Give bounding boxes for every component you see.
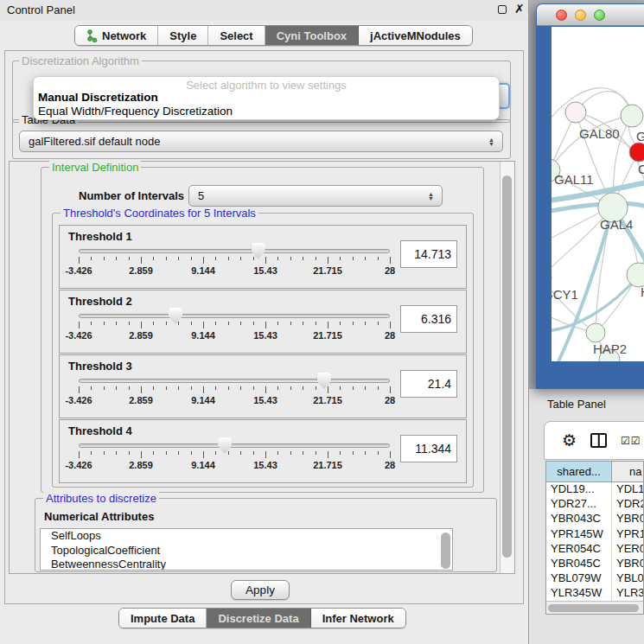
threshold-panel-4: Threshold 4 -3.4262.8599.14415.4321.7152… <box>59 419 467 483</box>
table-data-combobox-value: galFiltered.sif default node <box>29 135 160 148</box>
gear-icon[interactable]: ⚙ <box>562 432 577 449</box>
tab-select[interactable]: Select <box>208 26 265 45</box>
tab-jactivemnodules[interactable]: jActiveMNodules <box>359 26 472 45</box>
tab-label: Select <box>220 29 252 42</box>
minimize-traffic-light[interactable] <box>575 10 586 21</box>
tab-cyni-toolbox[interactable]: Cyni Toolbox <box>265 26 359 45</box>
tab-style[interactable]: Style <box>158 26 208 45</box>
cell-name[interactable]: YDL1 <box>612 482 643 497</box>
apply-button[interactable]: Apply <box>231 580 290 600</box>
cell-shared-name[interactable]: YDL19... <box>546 482 612 497</box>
network-edge <box>552 275 639 331</box>
network-node[interactable] <box>621 105 643 127</box>
cell-name[interactable]: YBR0 <box>612 512 643 526</box>
tick-label: 15.43 <box>253 265 277 276</box>
table-row[interactable]: YPR145WYPR1 <box>546 527 643 542</box>
network-node[interactable] <box>629 143 644 162</box>
threshold-label: Threshold 4 <box>68 424 132 437</box>
close-icon[interactable]: ✗ <box>514 2 525 16</box>
table-row[interactable]: YBL079WYBL0 <box>546 571 643 586</box>
zoom-traffic-light[interactable] <box>594 10 605 21</box>
threshold-slider[interactable] <box>79 379 390 383</box>
num-intervals-value: 5 <box>198 189 204 202</box>
cell-name[interactable]: YER0 <box>612 542 643 557</box>
float-icon[interactable] <box>498 5 507 14</box>
split-columns-icon[interactable] <box>590 433 607 448</box>
cell-shared-name[interactable]: YER054C <box>546 542 612 557</box>
cell-shared-name[interactable]: YBR043C <box>546 512 612 526</box>
column-header-shared-name[interactable]: shared... <box>546 462 612 481</box>
network-node-label: H <box>641 284 644 299</box>
tab-network[interactable]: Network <box>75 26 158 45</box>
table-row[interactable]: YBR045CYBR0 <box>546 557 643 571</box>
tab-infer-network[interactable]: Infer Network <box>311 609 405 628</box>
list-item[interactable]: TopologicalCoefficient <box>41 544 452 558</box>
num-intervals-combobox[interactable]: 5 ▲▼ <box>188 185 443 207</box>
cell-shared-name[interactable]: YPR145W <box>546 527 612 542</box>
threshold-panel-2: Threshold 2 -3.4262.8599.14415.4321.7152… <box>59 290 467 354</box>
column-header-name[interactable]: na <box>612 462 643 481</box>
tab-discretize-data[interactable]: Discretize Data <box>207 609 310 628</box>
table-data-combobox[interactable]: galFiltered.sif default node ▲▼ <box>19 131 503 152</box>
tab-label: Style <box>169 29 196 42</box>
close-traffic-light[interactable] <box>556 10 567 21</box>
slider-ticks <box>79 451 390 459</box>
network-node[interactable] <box>586 323 605 342</box>
threshold-panel-1: Threshold 1 -3.4262.8599.14415.4321.7152… <box>59 225 467 289</box>
threshold-panel-3: Threshold 3 -3.4262.8599.14415.4321.7152… <box>59 354 467 418</box>
scrollbar-thumb[interactable] <box>502 175 512 558</box>
cell-name[interactable]: YBL0 <box>612 571 643 586</box>
tick-label: -3.426 <box>65 460 92 470</box>
cell-shared-name[interactable]: YDR27... <box>546 497 612 512</box>
table-hscrollbar[interactable] <box>546 601 644 614</box>
cell-shared-name[interactable]: YLR345W <box>546 586 612 601</box>
num-intervals-label: Number of Intervals <box>76 189 187 202</box>
tick-label: 28 <box>385 265 395 276</box>
tick-label: 21.715 <box>313 460 342 470</box>
table-row[interactable]: YBR043CYBR0 <box>546 512 643 526</box>
node-table: shared... na YDL19...YDL1YDR27...YDR2YBR… <box>545 461 644 615</box>
dropdown-item-equal-width[interactable]: Equal Width/Frequency Discretization <box>38 105 233 118</box>
network-node[interactable] <box>565 102 586 123</box>
bottom-tab-bar: Impute Data Discretize Data Infer Networ… <box>118 608 406 628</box>
slider-tick-labels: -3.4262.8599.14415.4321.71528 <box>79 330 390 341</box>
hscrollbar-thumb[interactable] <box>548 604 639 612</box>
cell-shared-name[interactable]: YBR045C <box>546 557 612 571</box>
threshold-value-field[interactable]: 6.316 <box>400 305 457 333</box>
tab-label: Infer Network <box>322 612 394 625</box>
cell-name[interactable]: YBR0 <box>612 557 643 571</box>
list-scrollbar-thumb[interactable] <box>441 532 450 569</box>
threshold-value-field[interactable]: 14.713 <box>400 240 457 268</box>
network-node[interactable] <box>627 263 644 287</box>
control-panel: Control Panel ✗ Network Style Select Cyn… <box>0 0 529 644</box>
table-row[interactable]: YLR345WYLR3 <box>546 586 643 601</box>
tick-label: 21.715 <box>313 265 342 276</box>
network-window-titlebar[interactable] <box>537 4 644 26</box>
threshold-slider[interactable] <box>79 314 390 318</box>
threshold-label: Threshold 2 <box>68 295 132 308</box>
threshold-slider[interactable] <box>79 249 390 253</box>
network-canvas[interactable]: GAL80GAGAL11CGAL4GCY1HHAP2 <box>552 27 644 361</box>
threshold-slider[interactable] <box>79 443 390 448</box>
table-row[interactable]: YDR27...YDR2 <box>546 497 643 512</box>
list-item[interactable]: BetweennessCentrality <box>41 558 452 571</box>
cell-name[interactable]: YLR3 <box>612 586 643 601</box>
tab-impute-data[interactable]: Impute Data <box>119 609 207 628</box>
network-node-label: C <box>638 162 644 176</box>
screen: Control Panel ✗ Network Style Select Cyn… <box>0 0 644 644</box>
dropdown-item-manual-discretization[interactable]: Manual Discretization <box>38 91 158 104</box>
table-row[interactable]: YDL19...YDL1 <box>546 482 643 497</box>
table-row[interactable]: YER054CYER0 <box>546 542 643 557</box>
slider-tick-labels: -3.4262.8599.14415.4321.71528 <box>79 395 390 406</box>
cell-name[interactable]: YDR2 <box>612 497 643 512</box>
tick-label: 15.43 <box>253 395 277 405</box>
list-item[interactable]: SelfLoops <box>41 529 452 544</box>
table-panel-toolbar: ⚙ ☑☑ <box>544 421 644 460</box>
checkboxes-icon[interactable]: ☑☑ <box>621 435 641 447</box>
settings-scrollbar[interactable] <box>500 162 514 573</box>
tick-label: 15.43 <box>253 330 277 341</box>
cell-shared-name[interactable]: YBL079W <box>546 571 612 586</box>
threshold-value-field[interactable]: 21.4 <box>400 370 457 398</box>
cell-name[interactable]: YPR1 <box>612 527 643 542</box>
threshold-value-field[interactable]: 11.344 <box>400 435 457 462</box>
